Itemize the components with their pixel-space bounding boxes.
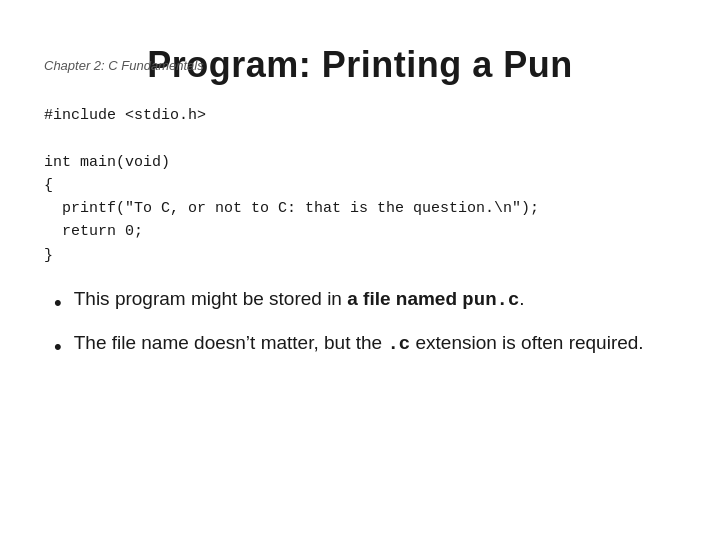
code-line-2 [44, 127, 676, 150]
pun-c-code: pun.c [462, 289, 519, 311]
bullet-text-1: This program might be stored in a file n… [74, 285, 676, 315]
bullet-dot-2: • [54, 331, 62, 363]
content-area: #include <stdio.h> int main(void) { prin… [0, 104, 720, 363]
code-line-7: } [44, 244, 676, 267]
slide: Chapter 2: C Fundamentals Program: Print… [0, 44, 720, 540]
code-block: #include <stdio.h> int main(void) { prin… [44, 104, 676, 267]
bullet-text-2: The file name doesn’t matter, but the .c… [74, 329, 676, 359]
code-line-4: { [44, 174, 676, 197]
bullet-dot-1: • [54, 287, 62, 319]
code-line-1: #include <stdio.h> [44, 104, 676, 127]
chapter-label: Chapter 2: C Fundamentals [44, 58, 204, 73]
bullet-item-2: • The file name doesn’t matter, but the … [54, 329, 676, 363]
code-line-6: return 0; [44, 220, 676, 243]
dot-c-code: .c [387, 333, 410, 355]
code-line-3: int main(void) [44, 151, 676, 174]
bullet-points: • This program might be stored in a file… [44, 285, 676, 363]
file-name-emphasis: a file named pun.c [347, 288, 519, 309]
bullet-item-1: • This program might be stored in a file… [54, 285, 676, 319]
code-line-5: printf("To C, or not to C: that is the q… [44, 197, 676, 220]
